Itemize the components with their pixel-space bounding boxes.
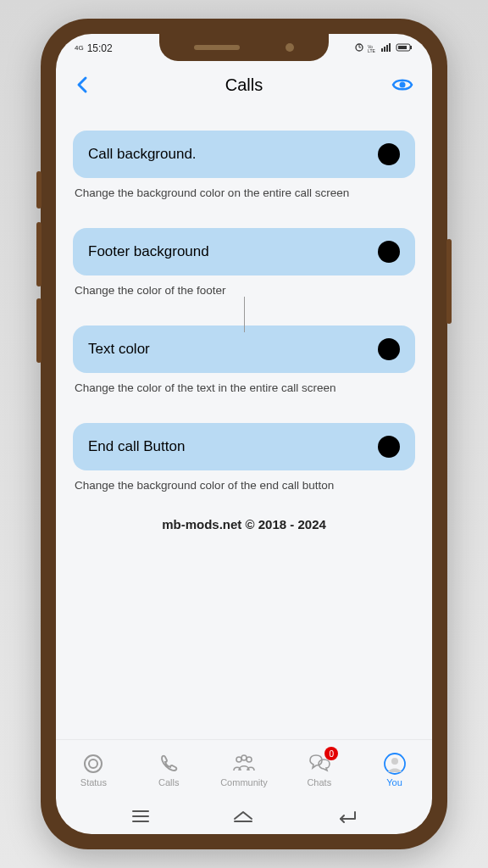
setting-description: Change the color of the text in the enti… bbox=[73, 373, 415, 394]
phone-frame: 4G 15:02 Vo LTE bbox=[41, 19, 447, 849]
nav-label: Calls bbox=[158, 777, 179, 787]
color-swatch[interactable] bbox=[378, 143, 400, 165]
sys-home-button[interactable] bbox=[232, 809, 254, 824]
front-camera bbox=[286, 43, 294, 52]
copyright-text: mb-mods.net © 2018 - 2024 bbox=[73, 517, 415, 531]
setting-row-call-background[interactable]: Call background. bbox=[73, 131, 415, 178]
sys-back-button[interactable] bbox=[336, 809, 358, 824]
page-title: Calls bbox=[56, 75, 432, 95]
svg-point-14 bbox=[89, 760, 97, 768]
svg-point-12 bbox=[400, 82, 406, 88]
screen: 4G 15:02 Vo LTE bbox=[56, 34, 432, 834]
nav-label: Status bbox=[80, 777, 107, 787]
setting-row-footer-background[interactable]: Footer background bbox=[73, 228, 415, 275]
svg-text:LTE: LTE bbox=[368, 48, 375, 53]
setting-row-end-call-button[interactable]: End call Button bbox=[73, 423, 415, 470]
svg-rect-7 bbox=[386, 45, 388, 52]
nav-status[interactable]: Status bbox=[56, 740, 131, 798]
setting-footer-background: Footer background Change the color of th… bbox=[73, 228, 415, 297]
svg-point-15 bbox=[236, 757, 241, 762]
nav-label: You bbox=[386, 777, 402, 787]
preview-icon[interactable] bbox=[391, 76, 413, 93]
setting-row-text-color[interactable]: Text color bbox=[73, 326, 415, 373]
setting-description: Change the color of the footer bbox=[73, 275, 415, 297]
cursor-mark bbox=[244, 297, 245, 332]
setting-label: End call Button bbox=[88, 438, 185, 455]
speaker-grille bbox=[194, 45, 240, 50]
sys-menu-button[interactable] bbox=[130, 809, 151, 824]
svg-point-16 bbox=[247, 757, 252, 762]
svg-rect-10 bbox=[398, 46, 407, 49]
nav-you[interactable]: You bbox=[357, 740, 432, 798]
notch bbox=[159, 34, 329, 61]
volume-up-button bbox=[36, 171, 42, 209]
nav-label: Community bbox=[220, 777, 268, 787]
volume-down-button bbox=[36, 222, 42, 287]
nav-chats[interactable]: 0 Chats bbox=[281, 740, 357, 798]
setting-description: Change the background color of the end c… bbox=[73, 470, 415, 492]
status-right-icons: Vo LTE bbox=[354, 42, 413, 54]
power-button bbox=[446, 239, 452, 324]
svg-rect-6 bbox=[384, 47, 385, 52]
color-swatch[interactable] bbox=[378, 436, 400, 458]
svg-rect-5 bbox=[381, 48, 383, 52]
nav-community[interactable]: Community bbox=[207, 740, 282, 798]
svg-rect-8 bbox=[389, 43, 391, 52]
svg-point-19 bbox=[391, 758, 398, 765]
setting-call-background: Call background. Change the background c… bbox=[73, 131, 415, 199]
setting-description: Change the background color on the entir… bbox=[73, 178, 415, 199]
svg-point-17 bbox=[241, 755, 247, 760]
setting-label: Footer background bbox=[88, 243, 209, 260]
system-nav bbox=[56, 798, 432, 834]
svg-rect-11 bbox=[410, 46, 412, 49]
setting-end-call-button: End call Button Change the background co… bbox=[73, 423, 415, 492]
color-swatch[interactable] bbox=[378, 338, 400, 360]
svg-point-13 bbox=[85, 755, 102, 772]
color-swatch[interactable] bbox=[378, 241, 400, 263]
back-button[interactable] bbox=[75, 75, 90, 94]
setting-label: Text color bbox=[88, 341, 150, 358]
setting-label: Call background. bbox=[88, 146, 197, 163]
status-time: 15:02 bbox=[87, 42, 113, 54]
setting-text-color: Text color Change the color of the text … bbox=[73, 326, 415, 394]
nav-label: Chats bbox=[307, 777, 331, 787]
chats-badge: 0 bbox=[324, 747, 338, 760]
side-button bbox=[36, 298, 42, 363]
nav-calls[interactable]: Calls bbox=[131, 740, 207, 798]
bottom-nav: Status Calls Community 0 Chats You bbox=[56, 739, 432, 798]
signal-indicator: 4G bbox=[75, 45, 84, 52]
app-header: Calls bbox=[56, 63, 432, 107]
